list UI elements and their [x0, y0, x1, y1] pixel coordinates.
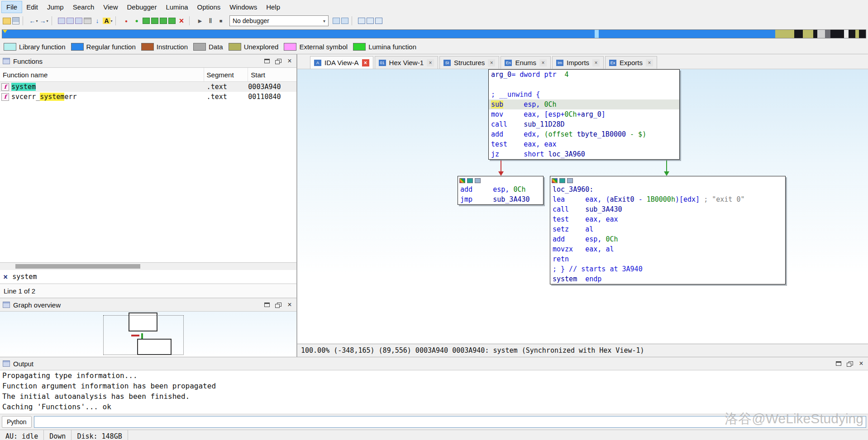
window-paste-icon[interactable] [67, 18, 74, 24]
close-icon[interactable]: × [286, 301, 294, 309]
printer-icon[interactable] [84, 18, 91, 24]
menu-item-file[interactable]: File [2, 1, 22, 13]
module-2-icon[interactable] [367, 18, 374, 24]
tab-close-icon[interactable]: × [362, 59, 369, 66]
menu-item-options[interactable]: Options [193, 1, 225, 13]
asm-line[interactable]: test eax, eax [489, 139, 679, 149]
maximize-icon[interactable] [835, 360, 843, 368]
function-row-0[interactable]: fsystem.text0003A940 [0, 82, 296, 92]
save-icon[interactable] [12, 17, 19, 24]
asm-line[interactable]: ; } // starts at 3A940 [550, 264, 785, 274]
dbg-window-1-icon[interactable] [333, 18, 340, 24]
tab-close-icon[interactable]: × [488, 59, 495, 66]
column-header-start[interactable]: Start [248, 68, 296, 81]
asm-line[interactable]: jmp sub_3A430 [458, 194, 543, 204]
tab-hex-view-1[interactable]: 01Hex View-1× [375, 56, 438, 69]
module-3-icon[interactable] [375, 18, 382, 24]
overview-viewport[interactable] [103, 315, 184, 355]
window-copy-icon[interactable] [58, 18, 65, 24]
window-clone-icon[interactable] [75, 18, 82, 24]
asm-line[interactable]: test eax, eax [550, 214, 785, 224]
menu-item-view[interactable]: View [99, 1, 122, 13]
menu-item-edit[interactable]: Edit [22, 1, 43, 13]
asm-line[interactable]: movzx eax, al [550, 244, 785, 254]
tab-close-icon[interactable]: × [592, 59, 600, 66]
node-text-icon[interactable] [475, 178, 481, 183]
asm-line[interactable]: add edx, (offset tbyte_1B0000 - $) [489, 129, 679, 139]
menu-item-lumina[interactable]: Lumina [161, 1, 192, 13]
graph-canvas[interactable]: arg_0= dword ptr 4 ; __unwind {sub esp, … [297, 69, 868, 344]
font-color-icon[interactable] [103, 16, 112, 25]
marker-red-icon[interactable] [122, 16, 131, 25]
function-row-1[interactable]: fsvcerr_systemerr.text00110840 [0, 92, 296, 102]
cli-language-button[interactable]: Python [2, 416, 32, 428]
menu-item-search[interactable]: Search [68, 1, 99, 13]
functions-hscrollbar[interactable] [0, 262, 296, 270]
asm-line[interactable]: lea eax, (aExit0 - 1B0000h)[edx] ; "exit… [550, 194, 785, 204]
dbg-window-2-icon[interactable] [341, 18, 348, 24]
navigation-band[interactable] [2, 29, 866, 38]
nav-forward-icon[interactable] [39, 16, 48, 25]
play-icon[interactable] [196, 16, 205, 25]
asm-line[interactable]: sub esp, 0Ch [489, 99, 679, 109]
maximize-icon[interactable] [263, 301, 271, 309]
node-text-icon[interactable] [567, 178, 573, 183]
column-header-segment[interactable]: Segment [204, 68, 248, 81]
scrollbar-thumb[interactable] [15, 264, 140, 269]
jump-down-icon[interactable] [93, 16, 102, 25]
float-icon[interactable] [274, 301, 282, 309]
filter-text[interactable]: system [12, 273, 37, 281]
menu-item-windows[interactable]: Windows [225, 1, 262, 13]
node-color-icon[interactable] [552, 178, 558, 183]
tab-enums[interactable]: EnEnums× [501, 56, 551, 69]
stop-icon[interactable] [216, 16, 225, 25]
asm-line[interactable]: add esp, 0Ch [550, 234, 785, 244]
close-icon[interactable]: × [286, 57, 294, 65]
graph-node-block-false[interactable]: add esp, 0Chjmp sub_3A430 [458, 176, 544, 205]
asm-line[interactable]: loc_3A960: [550, 185, 785, 194]
asm-line[interactable]: system endp [550, 274, 785, 284]
graph-overview-canvas[interactable] [0, 312, 296, 357]
menu-item-jump[interactable]: Jump [43, 1, 68, 13]
float-icon[interactable] [846, 360, 854, 368]
asm-line[interactable]: retn [550, 254, 785, 264]
asm-line[interactable]: add esp, 0Ch [458, 185, 543, 194]
tab-exports[interactable]: ExExports× [605, 56, 657, 69]
dbg-start-icon[interactable] [143, 18, 150, 24]
node-collapse-icon[interactable] [559, 178, 565, 183]
tab-structures[interactable]: StStructures× [439, 56, 499, 69]
menu-item-debugger[interactable]: Debugger [123, 1, 162, 13]
graph-node-block-top[interactable]: arg_0= dword ptr 4 ; __unwind {sub esp, … [488, 69, 680, 160]
tab-imports[interactable]: ImImports× [552, 56, 604, 69]
functions-filter-row[interactable]: × system [0, 270, 296, 284]
asm-line[interactable]: ; __unwind { [489, 90, 679, 99]
module-1-icon[interactable] [358, 18, 365, 24]
pause-icon[interactable] [206, 16, 215, 25]
node-collapse-icon[interactable] [467, 178, 473, 183]
tab-close-icon[interactable]: × [539, 59, 547, 66]
column-header-function-name[interactable]: Function name [0, 68, 204, 81]
graph-node-block-true[interactable]: loc_3A960:lea eax, (aExit0 - 1B0000h)[ed… [550, 176, 786, 284]
tab-ida-view-a[interactable]: AIDA View-A× [310, 56, 373, 69]
menu-item-help[interactable]: Help [262, 1, 285, 13]
debugger-select[interactable]: No debugger▾ [229, 15, 329, 26]
float-icon[interactable] [274, 57, 282, 65]
dbg-remote-icon[interactable] [160, 18, 167, 24]
dbg-options-icon[interactable] [168, 18, 176, 24]
asm-line[interactable]: call sub_11D28D [489, 119, 679, 129]
dbg-attach-icon[interactable] [151, 18, 158, 24]
tab-close-icon[interactable]: × [646, 59, 653, 66]
asm-line[interactable]: mov eax, [esp+0Ch+arg_0] [489, 109, 679, 119]
open-file-icon[interactable] [3, 18, 11, 24]
tab-close-icon[interactable]: × [427, 59, 434, 66]
asm-line[interactable]: jz short loc_3A960 [489, 149, 679, 159]
close-icon[interactable]: × [857, 360, 865, 368]
maximize-icon[interactable] [263, 57, 271, 65]
asm-line[interactable]: arg_0= dword ptr 4 [489, 70, 679, 80]
marker-green-icon[interactable] [132, 16, 141, 25]
node-color-icon[interactable] [459, 178, 465, 183]
asm-line[interactable]: setz al [550, 224, 785, 234]
asm-line[interactable]: call sub_3A430 [550, 204, 785, 214]
asm-line[interactable] [489, 80, 679, 90]
nav-back-icon[interactable] [29, 16, 38, 25]
